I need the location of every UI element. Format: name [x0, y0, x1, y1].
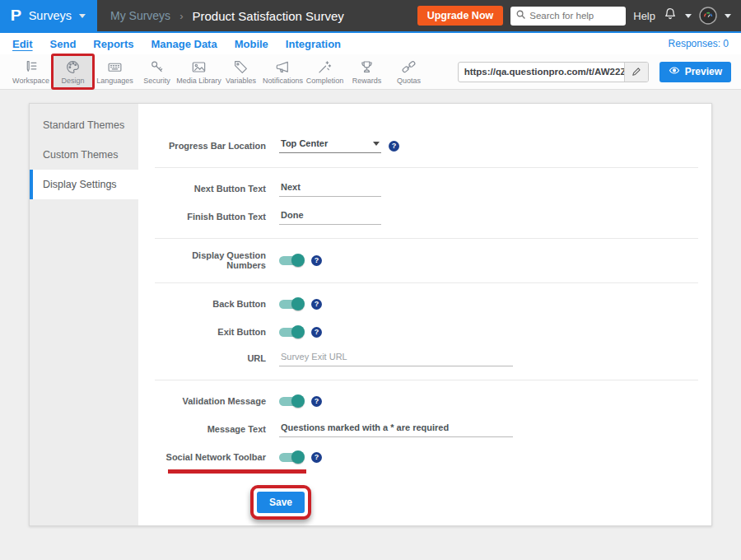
toolbar-item-languages[interactable]: Languages	[94, 54, 136, 89]
toolbar-item-quotas[interactable]: Quotas	[388, 54, 430, 89]
palette-icon	[65, 59, 81, 75]
workspace-icon	[23, 59, 39, 75]
back-button-row: Back Button ?	[155, 295, 698, 313]
toolbar-item-media-library[interactable]: Media Library	[178, 54, 220, 89]
nav-tab-integration[interactable]: Integration	[286, 38, 341, 50]
survey-url-value: https://qa.questionpro.com/t/AW22Zcq2J	[459, 63, 624, 82]
key-icon	[149, 59, 165, 75]
nav-tab-mobile[interactable]: Mobile	[235, 38, 268, 50]
annotation-highlight-save: Save	[250, 485, 311, 520]
breadcrumb-my-surveys[interactable]: My Surveys	[110, 9, 170, 22]
toolbar-actions: https://qa.questionpro.com/t/AW22Zcq2J P…	[458, 54, 741, 89]
back-button-toggle[interactable]	[279, 300, 304, 309]
exit-url-row: URL	[155, 349, 698, 367]
tag-icon	[233, 59, 249, 75]
help-question-icon[interactable]: ?	[311, 299, 322, 310]
product-switcher[interactable]: P Surveys	[0, 0, 97, 31]
help-link[interactable]: Help	[633, 10, 655, 22]
exit-url-label: URL	[155, 353, 266, 363]
toolbar-item-variables[interactable]: Variables	[220, 54, 262, 89]
exit-button-toggle[interactable]	[279, 328, 304, 337]
questionpro-logo: P	[11, 7, 21, 25]
section-divider	[155, 167, 698, 168]
product-menu-label: Surveys	[29, 9, 72, 22]
social-network-toolbar-row: Social Network Toolbar ?	[155, 448, 698, 466]
help-question-icon[interactable]: ?	[311, 452, 322, 463]
preview-button[interactable]: Preview	[659, 62, 731, 82]
chain-icon	[401, 59, 417, 75]
validation-message-row: Validation Message ?	[155, 392, 698, 410]
next-button-text-input[interactable]	[279, 180, 381, 197]
social-network-toolbar-toggle[interactable]	[279, 453, 304, 462]
next-button-text-label: Next Button Text	[155, 184, 266, 194]
finish-button-text-row: Finish Button Text	[155, 208, 698, 226]
toolbar-item-security[interactable]: Security	[136, 54, 178, 89]
nav-tab-send[interactable]: Send	[50, 38, 77, 50]
message-text-row: Message Text	[155, 420, 698, 438]
exit-url-input[interactable]	[279, 350, 513, 366]
exit-button-label: Exit Button	[155, 327, 266, 337]
message-text-input[interactable]	[279, 421, 513, 437]
toolbar-item-rewards[interactable]: Rewards	[346, 54, 388, 89]
social-network-toolbar-label: Social Network Toolbar	[155, 452, 266, 462]
eye-icon	[669, 66, 680, 77]
progress-bar-location-select[interactable]: Top Center	[279, 138, 381, 153]
survey-nav: Edit Send Reports Manage Data Mobile Int…	[0, 31, 741, 54]
upgrade-now-button[interactable]: Upgrade Now	[417, 6, 504, 26]
help-question-icon[interactable]: ?	[311, 396, 322, 407]
edit-url-pencil-icon[interactable]	[624, 63, 648, 82]
toolbar-item-workspace[interactable]: Workspace	[10, 54, 52, 89]
display-settings-panel: Progress Bar Location Top Center ? Next …	[138, 104, 711, 525]
help-question-icon[interactable]: ?	[389, 141, 399, 152]
finish-button-text-label: Finish Button Text	[155, 212, 266, 222]
image-icon	[191, 59, 207, 75]
save-button[interactable]: Save	[257, 492, 305, 513]
sidebar-item-standard-themes[interactable]: Standard Themes	[30, 110, 138, 140]
chevron-down-icon	[725, 14, 731, 18]
responses-count: Responses: 0	[669, 38, 729, 49]
section-divider	[155, 238, 698, 239]
chevron-down-icon	[685, 14, 692, 18]
toolbar-item-notifications[interactable]: Notifications	[262, 54, 304, 89]
exit-button-row: Exit Button ?	[155, 323, 698, 341]
display-question-numbers-row: Display Question Numbers ?	[155, 250, 698, 270]
sidebar-item-display-settings[interactable]: Display Settings	[30, 170, 138, 199]
design-settings-card: Standard Themes Custom Themes Display Se…	[29, 103, 712, 526]
section-divider	[155, 380, 698, 380]
page-title: Product Satisfaction Survey	[192, 9, 343, 23]
nav-tab-edit[interactable]: Edit	[12, 38, 33, 50]
annotation-underline-social-network-toolbar	[168, 469, 306, 474]
megaphone-icon	[275, 59, 291, 75]
progress-bar-location-row: Progress Bar Location Top Center ?	[155, 137, 698, 155]
message-text-label: Message Text	[155, 424, 266, 434]
notifications-bell-icon[interactable]	[663, 7, 678, 25]
breadcrumb: My Surveys › Product Satisfaction Survey	[110, 9, 344, 23]
display-question-numbers-label: Display Question Numbers	[155, 250, 266, 270]
finish-button-text-input[interactable]	[279, 208, 381, 225]
sidebar-item-custom-themes[interactable]: Custom Themes	[30, 140, 138, 170]
back-button-label: Back Button	[155, 299, 266, 309]
chevron-down-icon	[373, 142, 380, 146]
display-question-numbers-toggle[interactable]	[279, 256, 304, 265]
breadcrumb-separator: ›	[179, 10, 183, 22]
edit-toolbar: Workspace Design Languages Security	[0, 54, 741, 90]
nav-tab-reports[interactable]: Reports	[93, 38, 133, 50]
nav-tab-manage-data[interactable]: Manage Data	[151, 38, 217, 50]
validation-message-toggle[interactable]	[279, 397, 304, 406]
help-question-icon[interactable]: ?	[311, 327, 322, 338]
survey-url-field[interactable]: https://qa.questionpro.com/t/AW22Zcq2J	[458, 62, 649, 82]
validation-message-label: Validation Message	[155, 396, 266, 406]
toolbar-item-completion[interactable]: Completion	[304, 54, 346, 89]
search-input[interactable]	[529, 11, 621, 21]
section-divider	[155, 282, 698, 283]
top-header: P Surveys My Surveys › Product Satisfact…	[0, 0, 741, 31]
search-icon	[515, 8, 526, 23]
keyboard-icon	[107, 59, 123, 75]
progress-bar-location-value: Top Center	[281, 138, 328, 148]
help-question-icon[interactable]: ?	[311, 255, 322, 266]
avatar[interactable]	[699, 7, 717, 25]
page-body: Standard Themes Custom Themes Display Se…	[0, 90, 741, 526]
toolbar-item-design[interactable]: Design	[52, 54, 94, 89]
chevron-down-icon	[79, 14, 86, 18]
magic-wand-icon	[317, 59, 333, 75]
